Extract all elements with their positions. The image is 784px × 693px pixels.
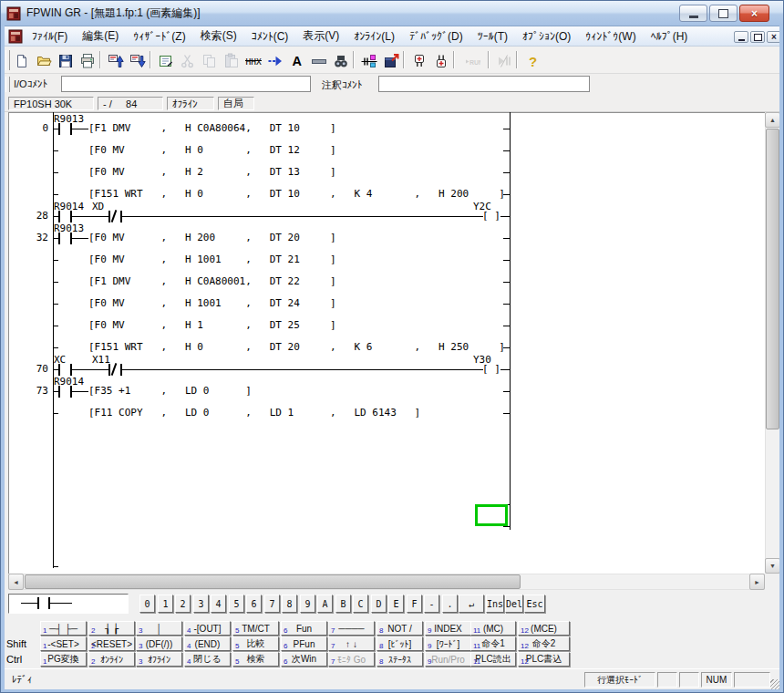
scroll-up-button[interactable]: ▲ <box>765 112 780 128</box>
key-8[interactable]: 8 <box>282 595 297 613</box>
fkey-shift-1[interactable]: 1-<SET> <box>40 636 87 651</box>
io-comment-input[interactable] <box>61 76 311 92</box>
scroll-right-button[interactable]: ► <box>749 574 765 590</box>
child-restore-button[interactable] <box>750 31 765 43</box>
ladder-instruction[interactable]: [F0 MV , H 0 , DT 12 ] <box>88 144 336 157</box>
fkey-ctrl-1[interactable]: 1PG変換 <box>40 652 87 667</box>
ladder-output-coil[interactable]: [ ] <box>482 363 500 376</box>
save-file-icon[interactable] <box>54 49 77 72</box>
fkey-f-6[interactable]: 6Fun <box>281 621 327 636</box>
print-icon[interactable] <box>76 49 98 72</box>
restore-button[interactable] <box>709 5 738 22</box>
vertical-scroll-thumb[interactable] <box>766 129 779 429</box>
ladder-instruction[interactable]: [F0 MV , H 1001 , DT 24 ] <box>88 297 336 310</box>
fkey-ctrl-6[interactable]: 6次Win <box>281 652 327 667</box>
key-F[interactable]: F <box>407 595 422 613</box>
fkey-shift-6[interactable]: 6PFun <box>281 636 327 651</box>
key-enter[interactable]: ↵ <box>459 595 484 613</box>
plug-online-icon[interactable] <box>429 49 452 72</box>
help-icon[interactable]: ? <box>521 49 543 72</box>
ladder-instruction[interactable]: [F151 WRT , H 0 , DT 10 , K 4 , H 200 ] <box>88 188 505 201</box>
ladder-instruction[interactable]: [F1 DMV , H C0A80001, DT 22 ] <box>88 275 336 288</box>
menu-item-6[interactable]: ｵﾝﾗｲﾝ(L) <box>346 28 402 45</box>
key-7[interactable]: 7 <box>264 595 280 613</box>
key-1[interactable]: 1 <box>158 595 173 613</box>
key-.[interactable]: . <box>442 595 458 613</box>
fkey-f-12[interactable]: 12(MCE) <box>518 621 570 636</box>
fkey-f-9[interactable]: 9INDEX <box>425 621 471 636</box>
ladder-instruction[interactable]: [F0 MV , H 1001 , DT 21 ] <box>88 253 336 266</box>
program-entry-icon[interactable] <box>154 49 177 72</box>
fkey-f-7[interactable]: 7──── <box>328 621 375 636</box>
fkey-ctrl-2[interactable]: 2ｵﾝﾗｲﾝ <box>88 652 135 667</box>
close-button[interactable]: × <box>739 5 769 22</box>
text-input-icon[interactable]: A <box>285 49 308 72</box>
ladder-instruction[interactable]: [F151 WRT , H 0 , DT 20 , K 6 , H 250 ] <box>88 341 505 354</box>
minimize-button[interactable] <box>679 5 707 22</box>
open-file-icon[interactable] <box>32 49 55 72</box>
key-C[interactable]: C <box>353 595 368 613</box>
fkey-shift-4[interactable]: 4(END) <box>184 636 231 651</box>
key-5[interactable]: 5 <box>229 595 244 613</box>
plug-offline-icon[interactable] <box>407 49 430 72</box>
ladder-instruction[interactable]: [F1 DMV , H C0A80064, DT 10 ] <box>88 122 336 135</box>
key-6[interactable]: 6 <box>246 595 262 613</box>
menu-item-2[interactable]: ｳｨｻﾞｰﾄﾞ(Z) <box>126 28 192 45</box>
menu-item-1[interactable]: 編集(E) <box>75 26 126 46</box>
screen-switch-icon[interactable] <box>379 49 402 72</box>
ladder-instruction[interactable]: [F0 MV , H 2 , DT 13 ] <box>88 166 336 179</box>
fkey-ctrl-7[interactable]: 7ﾓﾆﾀ Go <box>328 652 375 667</box>
fkey-ctrl-9[interactable]: 9Run/Pro <box>425 652 471 667</box>
fkey-ctrl-4[interactable]: 4閉じる <box>184 652 231 667</box>
key-E[interactable]: E <box>388 595 404 613</box>
fkey-ctrl-8[interactable]: 8ｽﾃｰﾀｽ <box>377 652 423 667</box>
fkey-shift-7[interactable]: 7↑ ↓ <box>328 636 375 651</box>
fkey-f-1[interactable]: 1─┤ ├─ <box>40 621 87 636</box>
menu-item-9[interactable]: ｵﾌﾟｼｮﾝ(O) <box>515 28 578 45</box>
run-pause-icon[interactable] <box>492 49 515 72</box>
scroll-left-button[interactable]: ◄ <box>8 574 24 590</box>
paste-icon[interactable] <box>220 49 242 72</box>
fkey-f-8[interactable]: 8NOT / <box>377 621 423 636</box>
ladder-output-coil[interactable]: [ ] <box>482 210 500 222</box>
menu-item-10[interactable]: ｳｨﾝﾄﾞｳ(W) <box>578 28 643 45</box>
key-4[interactable]: 4 <box>211 595 226 613</box>
comment-bar-grip[interactable] <box>5 77 10 92</box>
fkey-f-5[interactable]: 5TM/CT <box>232 621 279 636</box>
key--[interactable]: - <box>424 595 439 613</box>
line-bar-icon[interactable] <box>307 49 330 72</box>
fkey-ctrl-3[interactable]: 3ｵﾌﾗｲﾝ <box>136 652 182 667</box>
fkey-shift-11[interactable]: 11命令1 <box>470 636 516 651</box>
key-A[interactable]: A <box>317 595 333 613</box>
key-3[interactable]: 3 <box>193 595 209 613</box>
menu-item-11[interactable]: ﾍﾙﾌﾟ(H) <box>644 28 696 45</box>
fkey-ctrl-5[interactable]: 5検索 <box>232 652 279 667</box>
menu-item-4[interactable]: ｺﾒﾝﾄ(C) <box>244 28 296 45</box>
run-mode-icon[interactable]: RUN <box>458 49 487 72</box>
fkey-shift-2[interactable]: 2<RESET> <box>88 636 135 651</box>
fkey-ctrl-12[interactable]: 12PLC書込 <box>518 652 570 667</box>
fkey-shift-3[interactable]: 3(DF(/)) <box>136 636 182 651</box>
fkey-f-11[interactable]: 11(MC) <box>470 621 516 636</box>
menu-item-8[interactable]: ﾂｰﾙ(T) <box>470 28 515 45</box>
new-file-icon[interactable] <box>10 49 33 72</box>
fkey-shift-5[interactable]: 5比較 <box>232 636 279 651</box>
fkey-shift-9[interactable]: 9[ﾜｰﾄﾞ] <box>425 636 471 651</box>
menu-item-0[interactable]: ﾌｧｲﾙ(F) <box>25 28 75 45</box>
menu-item-5[interactable]: 表示(V) <box>295 26 346 46</box>
key-D[interactable]: D <box>371 595 387 613</box>
fkey-f-4[interactable]: 4-[OUT] <box>184 621 231 636</box>
program-upload-icon[interactable] <box>104 49 127 72</box>
find-icon[interactable] <box>329 49 352 72</box>
ladder-instruction[interactable]: [F0 MV , H 1 , DT 25 ] <box>88 319 336 332</box>
ladder-symbol-color-icon[interactable] <box>357 49 380 72</box>
scroll-down-button[interactable]: ▼ <box>765 558 780 574</box>
cut-icon[interactable] <box>176 49 199 72</box>
program-download-icon[interactable] <box>126 49 149 72</box>
ladder-instruction[interactable]: [F35 +1 , LD 0 ] <box>88 385 252 398</box>
key-del[interactable]: Del <box>505 595 523 613</box>
key-ins[interactable]: Ins <box>486 595 504 613</box>
horizontal-scroll-thumb[interactable] <box>25 574 521 589</box>
key-2[interactable]: 2 <box>175 595 191 613</box>
child-minimize-button[interactable] <box>734 31 748 43</box>
